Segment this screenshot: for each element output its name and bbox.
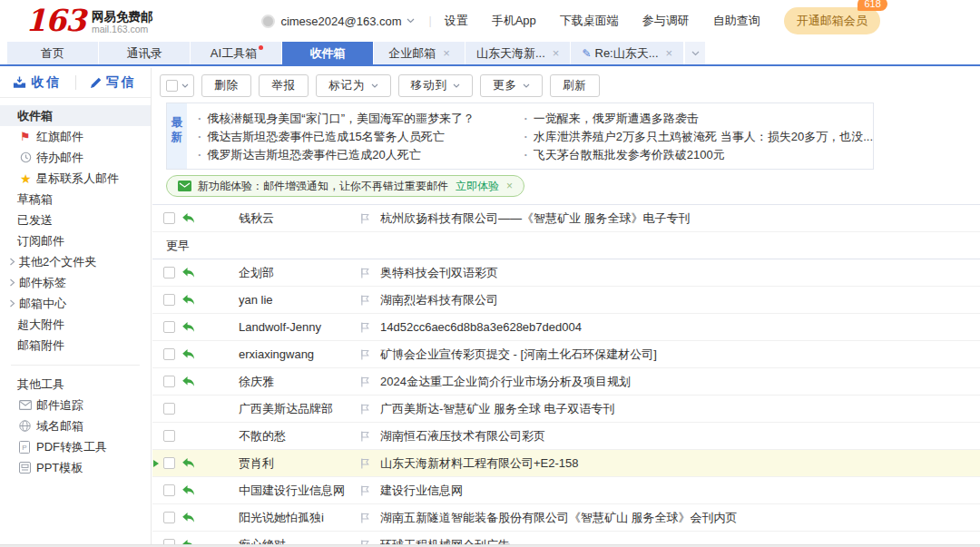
select-all-dropdown[interactable] [160,74,194,97]
mail-row[interactable]: 企划部 奥特科技会刊双语彩页 [152,259,980,287]
mail-row-checkbox[interactable] [163,430,175,442]
mail-subject[interactable]: 广西美斯达-智慧矿业 服务全球 电子双语专刊 [380,401,615,417]
tab-close-icon[interactable]: × [443,46,450,60]
account-menu[interactable]: cimese2024@163.com [261,15,414,28]
news-item[interactable]: 俄核潜艇现身美国“家门口”，美国海军的噩梦来了？ [198,110,514,128]
news-item[interactable]: 一觉醒来，俄罗斯遭遇多路袭击 [524,110,873,128]
sidebar-folder-item[interactable]: ⚑ ★ 已发送 [0,210,151,230]
tab[interactable]: ✎ 企业邮箱 × [374,42,465,64]
mail-sender[interactable]: 企划部 [239,265,349,281]
header-menu-link[interactable]: 设置 [445,13,468,29]
news-item[interactable]: 俄达吉斯坦恐袭事件已造成15名警务人员死亡 [198,128,514,146]
flag-outline-icon[interactable] [360,212,371,225]
tab[interactable]: ✎ AI工具箱 × [191,42,281,64]
promo-try-now-link[interactable]: 立即体验 [456,179,499,194]
tab-close-icon[interactable]: × [553,46,560,60]
flag-outline-icon[interactable] [360,294,371,307]
mail-row-checkbox[interactable] [163,457,175,469]
sidebar-tool-item[interactable]: P PDF转换工具 [0,436,151,457]
mail-row[interactable]: 不散的愁 湖南恒石液压技术有限公司彩页 [152,423,980,450]
flag-outline-icon[interactable] [360,457,371,470]
sidebar-folder-item[interactable]: ⚑ ★ 红旗邮件 [0,126,151,147]
mail-row[interactable]: erxiaxingwang 矿博会企业宣传彩页提交 - [河南土化石环保建材公司… [152,341,980,368]
mail-sender[interactable]: 阳光说她怕孤独i [239,510,349,526]
mail-subject[interactable]: 建设行业信息网 [380,483,463,499]
mail-subject[interactable]: 14d52cc6aec6d8b8a3e628eb7ded004 [380,320,582,334]
toolbar-button[interactable]: 更多 [480,74,543,97]
mail-row-checkbox[interactable] [163,376,175,387]
sidebar-folder-item[interactable]: ⚑ ★ 星标联系人邮件 [0,168,151,189]
mail-row[interactable]: 中国建设行业信息网 建设行业信息网 [152,477,980,504]
mail-sender[interactable]: 徐庆雅 [239,374,349,390]
toolbar-button[interactable]: 举报 [259,74,309,97]
sidebar-tool-item[interactable]: P 域名邮箱 [0,415,151,436]
mail-subject[interactable]: 湖南烈岩科技有限公司 [380,292,498,308]
mail-row[interactable]: 钱秋云 杭州欣扬科技有限公司——《智慧矿业 服务全球》电子专刊 [152,205,980,232]
tab[interactable]: ✎ 山东天海新... × [466,42,570,64]
flag-outline-icon[interactable] [360,321,371,334]
news-item[interactable]: 俄罗斯达吉斯坦恐袭事件已造成20人死亡 [198,146,514,164]
mail-sender[interactable]: 广西美斯达品牌部 [239,401,349,417]
mail-row-checkbox[interactable] [163,403,175,415]
sidebar-folder-item[interactable]: ⚑ ★ 订阅邮件 [0,230,151,251]
tab[interactable]: ✎ 通讯录 × [99,42,190,64]
sidebar-folder-item[interactable]: ⚑ ★ 邮件标签 [0,272,151,293]
mail-subject[interactable]: 矿博会企业宣传彩页提交 - [河南土化石环保建材公司] [380,347,657,363]
sidebar-tool-item[interactable]: P PPT模板 [0,457,151,478]
header-menu-link[interactable]: 手机App [492,13,536,29]
toolbar-button[interactable]: 标记为 [316,74,391,97]
sidebar-folder-item[interactable]: ⚑ ★ 收件箱 [0,105,151,126]
mail-subject[interactable]: 杭州欣扬科技有限公司——《智慧矿业 服务全球》电子专刊 [380,210,691,227]
tab[interactable]: ✎ Re:山东天... × [571,42,683,64]
mail-sender[interactable]: yan lie [239,293,349,307]
flag-outline-icon[interactable] [360,348,371,361]
mail-sender[interactable]: 钱秋云 [239,210,349,227]
mail-row[interactable]: Landwolf-Jenny 14d52cc6aec6d8b8a3e628eb7… [152,314,980,341]
mail-sender[interactable]: 中国建设行业信息网 [239,483,349,499]
tab[interactable]: ✎ 收件箱 × [282,42,373,64]
tab[interactable]: ✎ 首页 × [7,42,98,64]
sidebar-folder-item[interactable]: ⚑ ★ 邮箱中心 [0,293,151,314]
mail-row-checkbox[interactable] [163,267,175,278]
toolbar-button[interactable]: 删除 [201,74,251,97]
news-item[interactable]: 水库泄洪养殖户2万多只土鸡被淹死 当事人：损失20多万，也没... [524,128,873,146]
news-item[interactable]: 飞天茅台散瓶批发参考价跌破2100元 [524,146,873,164]
mail-row-checkbox[interactable] [163,484,175,496]
toolbar-button[interactable]: 移动到 [398,74,474,97]
sidebar-folder-item[interactable]: ⚑ ★ 待办邮件 [0,147,151,168]
mail-sender[interactable]: erxiaxingwang [239,347,349,361]
upgrade-member-button[interactable]: 开通邮箱会员 618 [784,7,880,34]
mail-subject[interactable]: 湖南五新隧道智能装备股份有限公司《智慧矿山 服务全球》会刊内页 [380,510,738,526]
mail-sender[interactable]: Landwolf-Jenny [239,320,349,334]
mail-row[interactable]: yan lie 湖南烈岩科技有限公司 [152,287,980,314]
header-menu-link[interactable]: 参与调研 [642,13,690,29]
flag-outline-icon[interactable] [360,430,371,443]
toolbar-button[interactable]: 刷新 [550,74,600,97]
mail-row-checkbox[interactable] [163,348,175,360]
flag-outline-icon[interactable] [360,376,371,388]
mail-row-checkbox[interactable] [163,294,175,306]
tab-close-icon[interactable]: × [666,46,673,60]
header-menu-link[interactable]: 自助查询 [713,13,760,29]
flag-outline-icon[interactable] [360,512,371,524]
mail-row[interactable]: 广西美斯达品牌部 广西美斯达-智慧矿业 服务全球 电子双语专刊 [152,396,980,423]
mail-subject[interactable]: 奥特科技会刊双语彩页 [380,265,498,281]
sidebar-folder-item[interactable]: ⚑ ★ 其他2个文件夹 [0,251,151,272]
sidebar-folder-item[interactable]: ⚑ ★ 邮箱附件 [0,335,151,356]
mail-row-checkbox[interactable] [163,212,175,224]
mail-sender[interactable]: 贾肖利 [239,455,349,472]
sidebar-folder-item[interactable]: ⚑ ★ 超大附件 [0,314,151,335]
select-all-checkbox[interactable] [166,80,178,92]
mail-subject[interactable]: 2024金达重工企业简介行业市场分析及项目规划 [380,374,631,390]
flag-outline-icon[interactable] [360,403,371,415]
tab-overflow-button[interactable] [685,42,705,64]
flag-outline-icon[interactable] [360,267,371,279]
mail-row[interactable]: 阳光说她怕孤独i 湖南五新隧道智能装备股份有限公司《智慧矿山 服务全球》会刊内页 [152,504,980,532]
mail-row-checkbox[interactable] [163,512,175,523]
sidebar-folder-item[interactable]: ⚑ ★ 草稿箱 [0,189,151,210]
mail-row[interactable]: 徐庆雅 2024金达重工企业简介行业市场分析及项目规划 [152,368,980,396]
mail-subject[interactable]: 湖南恒石液压技术有限公司彩页 [380,428,545,444]
sidebar-tool-item[interactable]: P 邮件追踪 [0,395,151,415]
flag-outline-icon[interactable] [360,484,371,497]
receive-mail-button[interactable]: 收信 [0,74,75,91]
